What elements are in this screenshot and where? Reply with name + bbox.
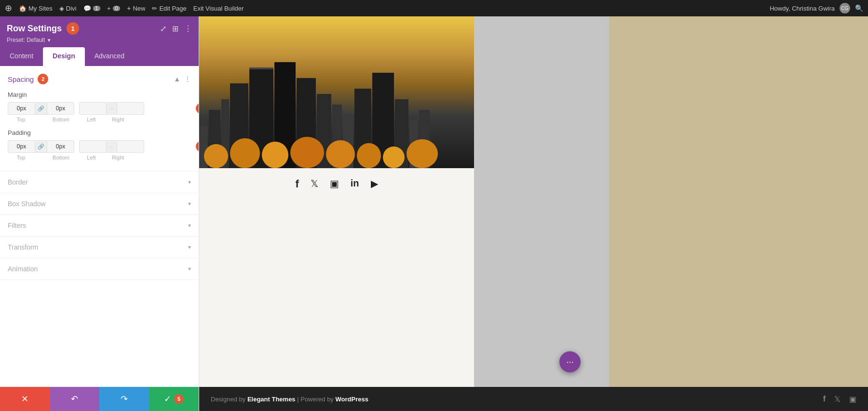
my-sites-label: My Sites bbox=[28, 5, 53, 12]
margin-inputs-row: 🔗 ↔ 3 Top bbox=[8, 102, 191, 122]
wordpress-icon[interactable]: ⊕ bbox=[5, 3, 12, 13]
padding-bottom-label: Bottom bbox=[48, 155, 74, 160]
footer-text: Designed by Elegant Themes | Powered by … bbox=[211, 396, 368, 403]
margin-fields: 🔗 ↔ 3 bbox=[8, 102, 191, 115]
panel-columns-icon[interactable]: ⊞ bbox=[172, 24, 178, 33]
tab-design-label: Design bbox=[53, 52, 75, 60]
page-main-content: f 𝕏 ▣ in ▶ bbox=[199, 16, 474, 387]
margin-top-input[interactable] bbox=[8, 103, 35, 114]
padding-top-input[interactable] bbox=[8, 141, 35, 152]
bottom-toolbar: ✕ ↶ ↷ ✓ 5 bbox=[0, 387, 199, 411]
fab-icon: ··· bbox=[566, 357, 573, 367]
exit-visual-builder-link[interactable]: Exit Visual Builder bbox=[193, 5, 244, 12]
divi-menu[interactable]: ◈ Divi bbox=[59, 5, 77, 12]
avatar[interactable]: CG bbox=[840, 3, 850, 13]
facebook-icon[interactable]: f bbox=[295, 178, 298, 377]
twitter-icon[interactable]: 𝕏 bbox=[311, 178, 318, 377]
padding-link-label bbox=[34, 155, 48, 160]
padding-sub-labels: Top Bottom Left Right bbox=[8, 155, 191, 160]
section-controls: ▲ ⋮ bbox=[174, 75, 191, 83]
undo-button[interactable]: ↶ bbox=[50, 387, 99, 411]
cancel-button[interactable]: ✕ bbox=[0, 387, 50, 411]
main-wrapper: Row Settings 1 ⤢ ⊞ ⋮ Preset: Default ▼ C… bbox=[0, 16, 868, 411]
page-sidebar-gray bbox=[474, 16, 609, 387]
search-icon[interactable]: 🔍 bbox=[855, 4, 863, 12]
tab-content[interactable]: Content bbox=[0, 47, 43, 66]
panel-expand-icon[interactable]: ⤢ bbox=[160, 24, 166, 33]
tab-advanced[interactable]: Advanced bbox=[85, 47, 134, 66]
margin-unlink-icon[interactable]: ↔ bbox=[106, 103, 117, 114]
collapse-spacing-button[interactable]: ▲ bbox=[174, 75, 180, 83]
spacing-title: Spacing 2 bbox=[8, 74, 48, 84]
new-menu[interactable]: + New bbox=[127, 4, 145, 12]
edit-page-label: Edit Page bbox=[159, 5, 186, 12]
my-sites-menu[interactable]: 🏠 My Sites bbox=[19, 5, 53, 12]
margin-left-input[interactable] bbox=[80, 103, 106, 114]
margin-right-label: Right bbox=[105, 117, 131, 122]
comments-menu[interactable]: 💬 1 bbox=[83, 5, 101, 12]
tab-design[interactable]: Design bbox=[43, 47, 85, 66]
instagram-icon[interactable]: ▣ bbox=[330, 178, 339, 377]
comment-icon: 💬 bbox=[83, 5, 91, 12]
footer-facebook-icon[interactable]: f bbox=[823, 395, 826, 404]
padding-unlink-icon[interactable]: ↔ bbox=[106, 141, 117, 152]
hero-image bbox=[199, 16, 474, 168]
spacing-menu-button[interactable]: ⋮ bbox=[184, 75, 191, 83]
box-shadow-section[interactable]: Box Shadow ▾ bbox=[0, 193, 199, 215]
padding-link-icon[interactable]: 🔗 bbox=[35, 141, 47, 152]
footer-twitter-icon[interactable]: 𝕏 bbox=[834, 395, 841, 404]
padding-left-input[interactable] bbox=[80, 141, 106, 152]
margin-link-icon[interactable]: 🔗 bbox=[35, 103, 47, 114]
save-button[interactable]: ✓ 5 bbox=[149, 387, 199, 411]
howdy-text: Howdy, Christina Gwira bbox=[770, 5, 835, 12]
youtube-icon[interactable]: ▶ bbox=[371, 178, 378, 377]
notifications-count: 0 bbox=[113, 6, 121, 11]
border-chevron-icon: ▾ bbox=[188, 179, 191, 186]
spacing-section: Spacing 2 ▲ ⋮ Margin bbox=[0, 66, 199, 172]
margin-group: Margin 🔗 ↔ bbox=[8, 91, 191, 122]
panel-icons: ⤢ ⊞ ⋮ bbox=[160, 24, 192, 33]
footer-designed-by: Designed by bbox=[211, 396, 247, 403]
check-icon: ✓ bbox=[164, 394, 171, 404]
padding-fields: 🔗 ↔ 4 bbox=[8, 140, 191, 153]
panel-menu-icon[interactable]: ⋮ bbox=[184, 24, 192, 33]
left-panel: Row Settings 1 ⤢ ⊞ ⋮ Preset: Default ▼ C… bbox=[0, 16, 199, 411]
border-section[interactable]: Border ▾ bbox=[0, 172, 199, 193]
exit-builder-label: Exit Visual Builder bbox=[193, 5, 244, 12]
padding-inputs-row: 🔗 ↔ 4 Top bbox=[8, 140, 191, 160]
badge-3: 3 bbox=[196, 103, 199, 114]
footer-instagram-icon[interactable]: ▣ bbox=[849, 395, 856, 404]
margin-right-input[interactable] bbox=[117, 103, 144, 114]
panel-header: Row Settings 1 ⤢ ⊞ ⋮ Preset: Default ▼ bbox=[0, 16, 199, 47]
animation-section[interactable]: Animation ▾ bbox=[0, 258, 199, 280]
transform-section[interactable]: Transform ▾ bbox=[0, 237, 199, 258]
canvas-area: f 𝕏 ▣ in ▶ Designed by Elegant Themes | … bbox=[199, 16, 868, 411]
notifications-menu[interactable]: + 0 bbox=[107, 5, 120, 12]
badge-1: 1 bbox=[67, 22, 79, 35]
tab-content-label: Content bbox=[10, 52, 33, 60]
skyline bbox=[199, 16, 474, 168]
fab-button[interactable]: ··· bbox=[559, 351, 581, 372]
panel-body: Spacing 2 ▲ ⋮ Margin bbox=[0, 66, 199, 387]
trees-layer bbox=[199, 126, 474, 168]
redo-button[interactable]: ↷ bbox=[99, 387, 149, 411]
footer-elegant-themes[interactable]: Elegant Themes bbox=[247, 396, 296, 403]
row-settings-title: Row Settings bbox=[7, 24, 62, 34]
spacing-label: Spacing bbox=[8, 75, 34, 83]
wp-admin-bar: ⊕ 🏠 My Sites ◈ Divi 💬 1 + 0 + New ✏ Edit… bbox=[0, 0, 868, 16]
edit-page-link[interactable]: ✏ Edit Page bbox=[152, 5, 186, 12]
preset-arrow: ▼ bbox=[47, 38, 52, 43]
animation-title: Animation bbox=[8, 265, 38, 273]
padding-right-input[interactable] bbox=[117, 141, 144, 152]
sites-icon: 🏠 bbox=[19, 5, 27, 12]
animation-chevron-icon: ▾ bbox=[188, 265, 191, 272]
margin-bottom-input[interactable] bbox=[47, 103, 74, 114]
margin-link-label bbox=[34, 117, 48, 122]
padding-bottom-input[interactable] bbox=[47, 141, 74, 152]
linkedin-icon[interactable]: in bbox=[351, 178, 359, 377]
preset-label[interactable]: Preset: Default ▼ bbox=[7, 37, 192, 43]
pencil-icon: ✏ bbox=[152, 5, 157, 12]
preset-text: Preset: Default bbox=[7, 37, 45, 43]
filters-section[interactable]: Filters ▾ bbox=[0, 215, 199, 237]
footer-wordpress[interactable]: WordPress bbox=[335, 396, 368, 403]
